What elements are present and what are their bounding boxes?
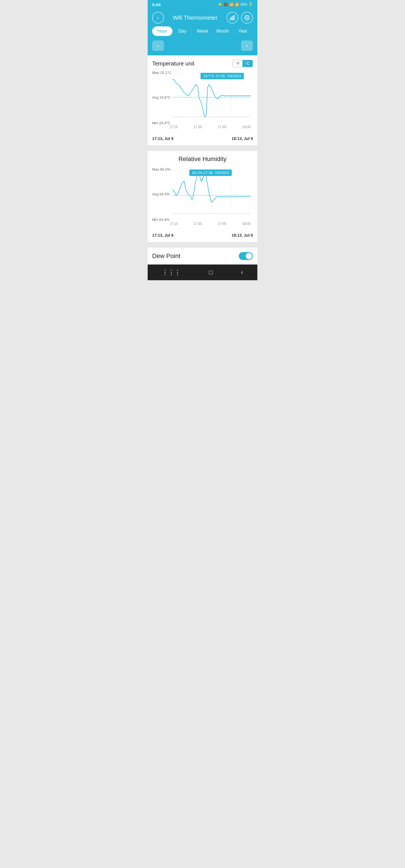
unit-c-button[interactable]: °C: [242, 60, 253, 67]
temperature-header: Temperature unit °F °C: [152, 60, 253, 67]
temp-x-labels: |7:15 17:30 17:45 18:00: [172, 125, 251, 129]
temp-min-label: Min 24.4°C: [152, 121, 170, 125]
humidity-title: Relative Humidity: [152, 155, 253, 163]
temperature-section: Temperature unit °F °C Max 25.1°C Avg 24…: [148, 55, 257, 145]
svg-point-3: [246, 17, 248, 19]
battery-icon: 🔋: [249, 3, 253, 6]
hum-x-1: 17:30: [194, 222, 202, 226]
humidity-date-range: 17:13, Jul 9 18:13, Jul 9: [152, 232, 253, 240]
temp-x-1: 17:30: [194, 125, 202, 129]
tab-bar: Hour Day Week Month Year: [148, 26, 257, 39]
dew-point-section: Dew Point: [148, 248, 257, 265]
menu-button[interactable]: ⋮⋮⋮: [162, 269, 180, 276]
humidity-tooltip: 65.2% 17:39, 7/9/2023: [189, 169, 232, 176]
chart-button[interactable]: [226, 12, 238, 24]
svg-rect-2: [233, 16, 234, 20]
alarm-icon: 🔔: [218, 3, 222, 6]
temperature-chart-wrapper: Max 25.1°C Avg 24.8°C Min 24.4°C 24.7°C …: [152, 70, 253, 143]
battery-text: 93%: [240, 3, 247, 6]
bottom-nav: ⋮⋮⋮ □ ‹: [148, 265, 257, 280]
temp-x-0: |7:15: [170, 125, 177, 129]
hum-avg-label: Avg 64.5%: [152, 192, 170, 196]
page-title: Wifi Thermometer: [173, 14, 218, 21]
hum-date-start: 17:13, Jul 9: [152, 233, 174, 238]
prev-time-button[interactable]: ‹: [152, 40, 164, 51]
next-time-button[interactable]: ›: [241, 40, 253, 51]
header: ‹ Wifi Thermometer: [148, 9, 257, 26]
tab-year[interactable]: Year: [233, 26, 253, 36]
temp-x-2: 17:45: [218, 125, 226, 129]
home-button[interactable]: □: [209, 269, 213, 276]
temp-date-end: 18:13, Jul 9: [232, 136, 253, 141]
temperature-tooltip: 24.7°C 17:39, 7/9/2023: [201, 73, 244, 79]
hum-x-0: |7:15: [170, 222, 177, 226]
hum-x-labels: |7:15 17:30 17:45 18:00: [172, 222, 251, 226]
temp-avg-label: Avg 24.8°C: [152, 95, 171, 99]
mute-icon: 🔕: [224, 3, 228, 6]
menu-icon: ⋮⋮⋮: [162, 269, 180, 276]
tab-hour[interactable]: Hour: [152, 26, 172, 36]
header-actions: [226, 12, 253, 24]
back-icon: ‹: [157, 15, 159, 21]
separator-1: [148, 148, 257, 151]
status-time: 5:44: [152, 2, 161, 7]
home-icon: □: [209, 269, 213, 276]
signal-icon: 📶: [235, 3, 239, 6]
hum-min-label: Min 63.4%: [152, 218, 169, 222]
temperature-date-range: 17:13, Jul 9 18:13, Jul 9: [152, 135, 253, 143]
hum-x-3: 18:00: [242, 222, 251, 226]
unit-f-button[interactable]: °F: [233, 60, 242, 67]
dew-point-title: Dew Point: [152, 252, 180, 260]
back-button[interactable]: ‹: [152, 12, 164, 24]
temp-max-label: Max 25.1°C: [152, 70, 171, 75]
tab-month[interactable]: Month: [213, 26, 233, 36]
hum-max-label: Max 66.5%: [152, 167, 170, 172]
tab-week[interactable]: Week: [192, 26, 213, 36]
temp-date-start: 17:13, Jul 9: [152, 136, 174, 141]
back-nav-icon: ‹: [241, 269, 243, 276]
status-bar: 5:44 🔔 🔕 📶 📶 93% 🔋: [148, 0, 257, 9]
hum-x-2: 17:45: [218, 222, 226, 226]
back-nav-button[interactable]: ‹: [241, 269, 243, 276]
settings-button[interactable]: [241, 12, 253, 24]
temp-x-3: 18:00: [242, 125, 251, 129]
time-nav-row: ‹ ›: [148, 39, 257, 55]
tab-day[interactable]: Day: [172, 26, 193, 36]
wifi-icon: 📶: [229, 3, 233, 6]
unit-toggle: °F °C: [233, 60, 253, 67]
svg-rect-0: [230, 18, 231, 20]
svg-rect-1: [232, 17, 233, 20]
humidity-chart-wrapper: Max 66.5% Avg 64.5% Min 63.4% 65.2% 17:3…: [152, 167, 253, 240]
dew-point-toggle[interactable]: [239, 252, 253, 260]
separator-2: [148, 245, 257, 248]
temperature-title: Temperature unit: [152, 60, 194, 67]
humidity-section: Relative Humidity Max 66.5% Avg 64.5% Mi…: [148, 151, 257, 242]
status-icons: 🔔 🔕 📶 📶 93% 🔋: [218, 3, 253, 6]
hum-date-end: 18:13, Jul 9: [232, 233, 253, 238]
